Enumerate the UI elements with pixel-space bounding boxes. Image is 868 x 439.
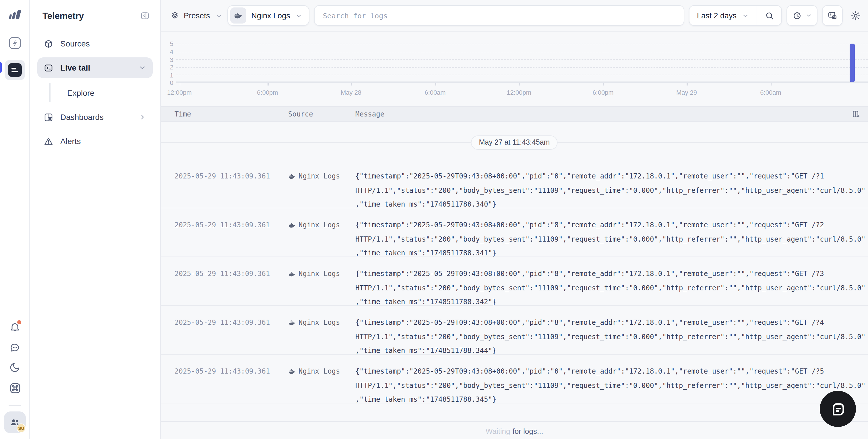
log-message-line: ,"time_taken_ms":"1748511788.345"}	[355, 393, 868, 403]
log-message: {"timestamp":"2025-05-29T09:43:08+00:00"…	[355, 267, 868, 305]
chevron-down-icon	[742, 12, 749, 19]
sidebar-item-alerts[interactable]: Alerts	[37, 131, 153, 152]
volume-bar[interactable]	[849, 43, 855, 82]
gridline	[176, 67, 868, 67]
x-axis-label: May 29	[676, 89, 697, 96]
sidebar-item-label: Alerts	[60, 136, 81, 146]
log-time: 2025-05-29 11:43:09.361	[161, 267, 288, 305]
presets-button[interactable]: Presets	[170, 11, 223, 20]
log-time: 2025-05-29 11:43:09.361	[161, 365, 288, 403]
y-axis-tick: 1	[161, 71, 174, 79]
chevron-down-icon	[215, 12, 223, 19]
source-selector[interactable]: Nginx Logs	[227, 5, 310, 26]
column-header-time[interactable]: Time	[161, 110, 288, 118]
log-message-line: HTTP/1.1","status":"200","body_bytes_sen…	[355, 378, 868, 393]
chat-bubble-icon	[829, 400, 847, 418]
log-message-line: ,"time_taken_ms":"1748511788.340"}	[355, 197, 868, 208]
live-tail-clock-button[interactable]	[786, 5, 817, 26]
notification-dot	[17, 320, 21, 324]
add-column-icon[interactable]	[851, 109, 861, 119]
source-selector-label: Nginx Logs	[251, 11, 290, 20]
sidebar-item-label: Sources	[60, 39, 90, 48]
x-axis-label: May 28	[341, 89, 361, 96]
log-row[interactable]: 2025-05-29 11:43:09.361 Nginx Logs {"tim…	[161, 208, 868, 257]
x-axis-baseline	[176, 82, 868, 83]
terminal-panel-icon	[827, 10, 838, 21]
docker-whale-icon	[288, 173, 296, 180]
log-time: 2025-05-29 11:43:09.361	[161, 218, 288, 256]
collapse-sidebar-icon[interactable]	[140, 11, 150, 21]
log-message: {"timestamp":"2025-05-29T09:43:08+00:00"…	[355, 316, 868, 354]
dark-mode-moon-icon[interactable]	[8, 360, 22, 374]
command-menu-icon[interactable]	[8, 381, 22, 395]
log-message-line: ,"time_taken_ms":"1748511788.342"}	[355, 295, 868, 305]
settings-gear-icon[interactable]	[848, 10, 862, 21]
chevron-down-icon	[296, 12, 303, 19]
x-axis-label: 12:00pm	[507, 89, 531, 96]
dashboard-layout-icon	[43, 112, 53, 122]
log-row[interactable]: 2025-05-29 11:43:09.361 Nginx Logs {"tim…	[161, 306, 868, 355]
sidebar-nav: Sources Live tail Explore	[30, 32, 160, 152]
app-logo-icon	[7, 7, 22, 22]
log-row[interactable]: 2025-05-29 11:43:09.361 Nginx Logs {"tim…	[161, 160, 868, 208]
log-row[interactable]: 2025-05-29 11:43:09.361 Nginx Logs {"tim…	[161, 257, 868, 306]
gridline	[176, 74, 868, 75]
column-header-source[interactable]: Source	[288, 110, 355, 118]
y-axis-tick: 5	[161, 40, 174, 48]
layers-icon	[170, 11, 180, 20]
log-message-line: HTTP/1.1","status":"200","body_bytes_sen…	[355, 183, 868, 197]
sidebar-item-live-tail[interactable]: Live tail	[37, 57, 153, 78]
x-axis-label: 6:00pm	[257, 89, 278, 96]
rail-divider	[9, 405, 21, 406]
log-source: Nginx Logs	[288, 316, 355, 354]
x-axis-label: 6:00am	[760, 89, 781, 96]
log-message: {"timestamp":"2025-05-29T09:43:08+00:00"…	[355, 365, 868, 403]
log-message-line: ,"time_taken_ms":"1748511788.344"}	[355, 344, 868, 354]
log-source: Nginx Logs	[288, 267, 355, 305]
log-source-label: Nginx Logs	[299, 267, 340, 281]
search-input[interactable]	[314, 5, 684, 26]
log-volume-chart[interactable]: 5 4 3 2 1 0 12:00pm 6:00pm May 28 6:00am	[161, 32, 868, 106]
sidebar-item-dashboards[interactable]: Dashboards	[37, 107, 153, 127]
stream-footer: Waiting for logs...	[161, 421, 868, 439]
log-message-line: ,"time_taken_ms":"1748511788.341"}	[355, 246, 868, 256]
date-separator-pill[interactable]: May 27 at 11:43:45am	[471, 135, 558, 150]
column-header-message[interactable]: Message	[355, 110, 868, 118]
x-axis-tick-mark	[351, 83, 352, 86]
chevron-down-icon	[805, 12, 812, 19]
y-axis-tick: 0	[161, 78, 174, 86]
screen: SU Telemetry Sources	[0, 0, 868, 439]
time-range-label: Last 2 days	[697, 11, 737, 20]
log-message: {"timestamp":"2025-05-29T09:43:08+00:00"…	[355, 218, 868, 256]
sidebar-item-explore[interactable]: Explore	[37, 82, 153, 104]
view-options-button[interactable]	[822, 5, 843, 26]
x-axis-label: 12:00pm	[167, 89, 192, 96]
sidebar-item-sources[interactable]: Sources	[37, 33, 153, 54]
main-content: Presets Nginx Logs	[161, 0, 868, 439]
time-range-button[interactable]: Last 2 days	[689, 6, 756, 25]
chevron-down-icon	[138, 64, 146, 72]
toolbar: Presets Nginx Logs	[161, 0, 868, 32]
x-axis-label: 6:00pm	[592, 89, 613, 96]
x-axis-tick-mark	[603, 83, 604, 86]
feedback-chat-icon[interactable]	[8, 341, 22, 355]
user-initials-badge[interactable]: SU	[17, 424, 26, 433]
x-axis-tick-mark	[771, 83, 772, 86]
log-source-label: Nginx Logs	[299, 316, 340, 330]
quick-actions-icon[interactable]	[8, 36, 22, 50]
rail-item-logs-active[interactable]	[5, 60, 25, 80]
waiting-text-light: Waiting	[486, 427, 510, 435]
log-message-line: {"timestamp":"2025-05-29T09:43:08+00:00"…	[355, 267, 868, 281]
sidebar-item-label: Dashboards	[60, 113, 104, 122]
log-row[interactable]: 2025-05-29 11:43:09.361 Nginx Logs {"tim…	[161, 355, 868, 403]
y-axis-tick: 2	[161, 63, 174, 71]
apply-search-button[interactable]	[756, 6, 781, 25]
y-axis-tick: 4	[161, 48, 174, 56]
empty-row-spacer	[161, 403, 868, 421]
chevron-right-icon	[138, 113, 146, 121]
x-axis-tick-mark	[687, 83, 687, 86]
help-chat-fab[interactable]	[820, 391, 856, 427]
cube-icon	[43, 39, 53, 49]
x-axis-tick-mark	[268, 83, 268, 86]
notifications-bell-icon[interactable]	[8, 320, 22, 334]
